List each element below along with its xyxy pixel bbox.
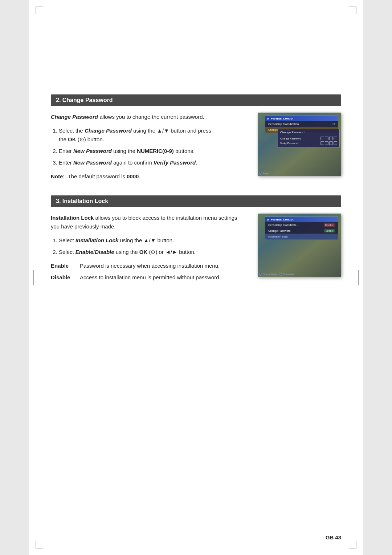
- section1-header: 2. Change Password: [51, 94, 341, 106]
- page: 2. Change Password Change Password allow…: [29, 0, 363, 555]
- screen1-menu-title: Parental Control: [265, 116, 338, 121]
- screen2-changepass-value: Enable: [324, 229, 335, 232]
- screen1-cp-row2: Verify Password: [280, 141, 337, 145]
- section2-steps: Select Installation Lock using the ▲/▼ b…: [51, 236, 247, 256]
- screen1-menu-title-text: Parental Control: [271, 117, 293, 120]
- step3-item: Enter New Password again to confirm Veri…: [59, 158, 247, 167]
- screen2-overlay: Parental Control Censorship Classificati…: [258, 214, 341, 277]
- section2-intro: Installation Lock allows you to block ac…: [51, 214, 247, 231]
- cp-box6: [325, 141, 328, 145]
- screen1-hint-label: Select: [263, 172, 269, 175]
- screen1-mockup: Parental Control Censorship Classificati…: [258, 113, 341, 176]
- screen1-cp-label1: Change Password: [280, 137, 301, 140]
- section1-text: Change Password allows you to change the…: [51, 113, 247, 181]
- section2-intro-bold: Installation Lock: [51, 215, 94, 221]
- screen1-censor-label: Censorship Classification: [268, 122, 299, 126]
- screen2-changepass-label: Change Password: [268, 229, 290, 232]
- cp-box8: [334, 141, 337, 145]
- step1-item: Select the Change Password using the ▲/▼…: [59, 126, 247, 144]
- cp-box2: [325, 137, 328, 140]
- screen1-cp-title: Change Password: [280, 131, 337, 135]
- screen1-cp-boxes1: [320, 137, 337, 140]
- screen1-hint-select: ○ Select: [259, 172, 269, 175]
- cp-box4: [334, 137, 337, 140]
- screen2-il-menu: Parental Control Censorship Classificati…: [265, 216, 338, 240]
- screen1-overlay: Parental Control Censorship Classificati…: [258, 113, 341, 176]
- def-enable: Enable Password is necessary when access…: [51, 262, 247, 270]
- cp-box3: [329, 137, 333, 140]
- def-disable: Disable Access to installation menu is p…: [51, 273, 247, 282]
- def-enable-term: Enable: [51, 262, 73, 270]
- list-icon: ☰: [279, 273, 282, 276]
- screen2-censor-value: Disable: [324, 223, 335, 227]
- ok-icon-2: ○: [259, 273, 262, 276]
- section1-intro: Change Password allows you to change the…: [51, 113, 247, 121]
- section2-image: Parental Control Censorship Classificati…: [258, 214, 341, 285]
- cp-box1: [320, 137, 324, 140]
- step2-item: Enter New Password using the NUMERIC(0-9…: [59, 147, 247, 155]
- cp-box5: [320, 141, 324, 145]
- corner-mark-bl: [36, 541, 43, 548]
- definition-list: Enable Password is necessary when access…: [51, 262, 247, 282]
- def-enable-desc: Password is necessary when accessing ins…: [80, 262, 247, 270]
- section1-image: Parental Control Censorship Classificati…: [258, 113, 341, 181]
- step2-2-item: Select Enable/Disable using the OK (⊙) o…: [59, 248, 247, 256]
- screen2-menu-title-text: Parental Control: [271, 218, 293, 221]
- screen2-item-changepass: Change Password Enable: [265, 228, 338, 234]
- screen2-instlock-label: Installation Lock: [268, 235, 288, 238]
- corner-mark-br: [349, 541, 356, 548]
- page-number: GB 43: [326, 534, 341, 540]
- screen1-cp-row1: Change Password: [280, 137, 337, 140]
- screen2-hint-option-label: Option List: [283, 273, 294, 275]
- section2-content: Installation Lock allows you to block ac…: [51, 214, 341, 285]
- section1-steps: Select the Change Password using the ▲/▼…: [51, 126, 247, 167]
- def-disable-desc: Access to installation menu is permitted…: [80, 273, 247, 282]
- screen2-hint-option: ☰ Option List: [279, 273, 294, 276]
- screen1-hint: ○ Select: [259, 172, 340, 175]
- screen2-hints: ○ Change Option ☰ Option List: [259, 273, 340, 276]
- screen2-item-instlock: Installation Lock: [265, 234, 338, 240]
- cp-box7: [329, 141, 333, 145]
- intro-rest: allows you to change the current passwor…: [99, 114, 204, 120]
- screen1-cp-boxes2: [320, 141, 337, 145]
- screen2-hint-change: ○ Change Option: [259, 273, 277, 276]
- def-disable-term: Disable: [51, 273, 73, 282]
- ok-icon: ○: [259, 172, 262, 175]
- screen1-menu-item-censor: Censorship Classification 16: [265, 121, 338, 127]
- screen1-censor-value: 16: [332, 123, 335, 125]
- section2-text: Installation Lock allows you to block ac…: [51, 214, 247, 285]
- screen2-item-censor: Censorship Classificati... Disable: [265, 222, 338, 228]
- section1-content: Change Password allows you to change the…: [51, 113, 341, 181]
- side-mark-right: [358, 270, 359, 285]
- top-spacer: [51, 22, 341, 94]
- screen2-mockup: Parental Control Censorship Classificati…: [258, 214, 341, 277]
- section2-header: 3. Installation Lock: [51, 195, 341, 207]
- corner-mark-tl: [36, 7, 43, 14]
- step2-1-item: Select Installation Lock using the ▲/▼ b…: [59, 236, 247, 245]
- corner-mark-tr: [349, 7, 356, 14]
- section1-note: Note: The default password is 0000.: [51, 172, 247, 181]
- screen2-menu-title: Parental Control: [265, 217, 338, 222]
- screen2-hint-change-label: Change Option: [263, 273, 277, 275]
- screen1-cp-label2: Verify Password: [280, 142, 298, 145]
- screen2-censor-label: Censorship Classificati...: [268, 223, 298, 227]
- intro-bold: Change Password: [51, 114, 98, 120]
- side-mark-left: [33, 270, 34, 285]
- screen1-cp-submenu: Change Password Change Password Ver: [278, 129, 340, 148]
